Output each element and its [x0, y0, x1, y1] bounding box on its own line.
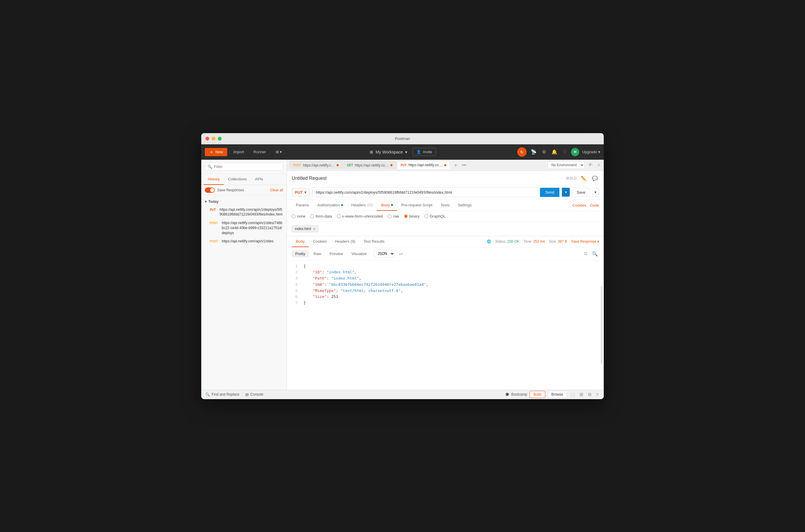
tab-switcher-button[interactable]: ⊞ ▾: [272, 148, 286, 156]
wrap-lines-icon[interactable]: ⇌: [398, 250, 404, 258]
save-button[interactable]: Save: [572, 188, 590, 197]
resp-preview-tab[interactable]: Preview: [326, 250, 347, 258]
request-tab-put[interactable]: PUT https://api.netlify.com...: [397, 161, 450, 169]
gear-icon[interactable]: ⚙: [541, 148, 547, 156]
invite-button[interactable]: 👤 Invite: [413, 148, 436, 156]
upgrade-label: Upgrade: [582, 150, 597, 154]
filter-input[interactable]: [214, 165, 280, 169]
build-nav-button[interactable]: Build: [530, 391, 545, 398]
tab-settings[interactable]: Settings: [454, 200, 476, 211]
sidebar-history: ▾ Today PUT https://api.netlify.com/api/…: [201, 195, 287, 390]
console-button[interactable]: ▤ Console: [245, 392, 263, 397]
format-select[interactable]: JSON: [374, 250, 395, 258]
heart-icon[interactable]: ♡: [562, 148, 568, 156]
headers-badge: (11): [367, 203, 373, 207]
code-link[interactable]: Code: [590, 203, 599, 208]
layout2-icon[interactable]: ⊞: [578, 391, 585, 398]
maximize-button[interactable]: [218, 137, 222, 140]
layout1-icon[interactable]: ⬚: [569, 391, 576, 398]
request-tab-get[interactable]: GET https://api.netlify.com...: [343, 161, 396, 169]
bootcamp-icon: 🎓: [505, 392, 510, 397]
tab-history[interactable]: History: [204, 174, 224, 185]
tab-tests[interactable]: Tests: [437, 200, 454, 211]
resp-visualize-tab[interactable]: Visualize: [348, 250, 370, 258]
filter-input-wrap[interactable]: 🔍: [205, 163, 283, 171]
body-option-urlencoded[interactable]: x-www-form-urlencoded: [337, 214, 383, 218]
send-dropdown-button[interactable]: ▾: [562, 188, 570, 197]
workspace-button[interactable]: ⊞ My Workspace ▾: [367, 148, 410, 156]
body-option-none[interactable]: none: [292, 214, 306, 218]
more-tabs-button[interactable]: •••: [461, 162, 468, 169]
method-select[interactable]: PUT ▾: [292, 188, 310, 197]
browse-nav-button[interactable]: Browse: [548, 391, 567, 398]
resp-tab-body[interactable]: Body: [292, 236, 309, 247]
resp-tab-cookies[interactable]: Cookies: [309, 236, 331, 247]
bell-icon[interactable]: 🔔: [550, 148, 559, 156]
request-tab-post1[interactable]: POST https://api.netlify.co...: [289, 161, 343, 169]
globe-icon: 🌐: [487, 240, 491, 244]
bootcamp-button[interactable]: 🎓 Bootcamp: [505, 392, 527, 397]
tab-headers[interactable]: Headers (11): [347, 200, 377, 211]
settings-sliders-icon[interactable]: ≡: [596, 161, 601, 169]
edit-icon[interactable]: ✏️: [580, 174, 588, 183]
tab-params[interactable]: Params: [292, 200, 313, 211]
sync-button[interactable]: ↻: [517, 147, 527, 157]
request-nav-tabs: Params Authorization Headers (11) Body P…: [287, 200, 604, 211]
response-area: Body Cookies Headers (9) Test Results 🌐: [287, 236, 604, 390]
tab-body[interactable]: Body: [377, 200, 397, 211]
list-item[interactable]: PUT https://api.netlify.com/api/v1/deplo…: [201, 206, 287, 219]
url-input[interactable]: [312, 188, 537, 197]
tab-apis[interactable]: APIs: [251, 174, 267, 185]
method-badge-post: POST: [208, 239, 219, 244]
search-response-icon[interactable]: 🔍: [591, 250, 599, 258]
body-option-raw[interactable]: raw: [388, 214, 399, 218]
body-options: none form-data x-www-form-urlencoded raw…: [287, 211, 604, 222]
new-button[interactable]: ＋ New: [205, 148, 227, 156]
comment-icon[interactable]: 💬: [591, 174, 599, 183]
scrollbar-vertical[interactable]: [601, 286, 603, 364]
clear-all-button[interactable]: Clear all: [270, 188, 283, 192]
environment-select[interactable]: No Environment: [548, 161, 585, 169]
satellite-icon[interactable]: 📡: [530, 148, 538, 156]
avatar[interactable]: H: [571, 148, 579, 156]
copy-icon[interactable]: ⧉: [583, 250, 588, 258]
method-badge-post: POST: [208, 221, 219, 225]
body-option-formdata[interactable]: form-data: [310, 214, 332, 218]
tab-authorization[interactable]: Authorization: [313, 200, 347, 211]
toolbar-center: ⊞ My Workspace ▾ 👤 Invite: [288, 148, 515, 156]
upgrade-button[interactable]: Upgrade ▾: [582, 150, 600, 154]
minimize-button[interactable]: [212, 137, 216, 140]
resp-pretty-tab[interactable]: Pretty: [292, 250, 309, 258]
layout3-icon[interactable]: ⧉: [587, 391, 592, 398]
resp-raw-tab[interactable]: Raw: [310, 250, 325, 258]
tab-collections[interactable]: Collections: [224, 174, 251, 185]
import-button[interactable]: Import: [230, 148, 248, 156]
url-bar: PUT ▾ Send ▾ Save ▾: [287, 185, 604, 200]
save-dropdown-button[interactable]: ▾: [592, 188, 599, 197]
body-option-binary[interactable]: binary: [404, 214, 420, 218]
body-option-graphql[interactable]: GraphQL: [424, 214, 445, 218]
resp-tab-headers[interactable]: Headers (9): [331, 236, 360, 247]
add-tab-button[interactable]: ＋: [452, 160, 459, 170]
history-group-today[interactable]: ▾ Today: [201, 198, 287, 206]
close-button[interactable]: [205, 137, 209, 140]
request-header: Untitled Request BUILD ✏️ 💬: [287, 171, 604, 185]
help-icon[interactable]: ?: [595, 392, 600, 398]
history-url: https://api.netlify.com/api/v1/sites: [222, 239, 273, 244]
tab-pre-request[interactable]: Pre-request Script: [397, 200, 437, 211]
list-item[interactable]: POST https://api.netlify.com/api/v1/site…: [201, 237, 287, 246]
resp-body-right: ⧉ 🔍: [583, 250, 599, 258]
cookies-link[interactable]: Cookies: [572, 203, 586, 208]
method-value: PUT: [295, 190, 303, 194]
send-button[interactable]: Send: [540, 188, 560, 197]
eye-icon[interactable]: 👁: [587, 161, 594, 169]
save-response-button[interactable]: Save Response ▾: [571, 240, 599, 244]
resp-tab-tests[interactable]: Test Results: [359, 236, 389, 247]
find-replace-button[interactable]: 🔍 Find and Replace: [205, 392, 239, 397]
tab-pre-request-label: Pre-request Script: [401, 203, 432, 207]
runner-button[interactable]: Runner: [250, 148, 270, 156]
save-responses-toggle[interactable]: [205, 188, 215, 193]
remove-file-button[interactable]: ×: [313, 227, 315, 231]
list-item[interactable]: POST https://api.netlify.com/api/v1/site…: [201, 219, 287, 237]
chevron-down-icon: ▾: [405, 150, 407, 154]
